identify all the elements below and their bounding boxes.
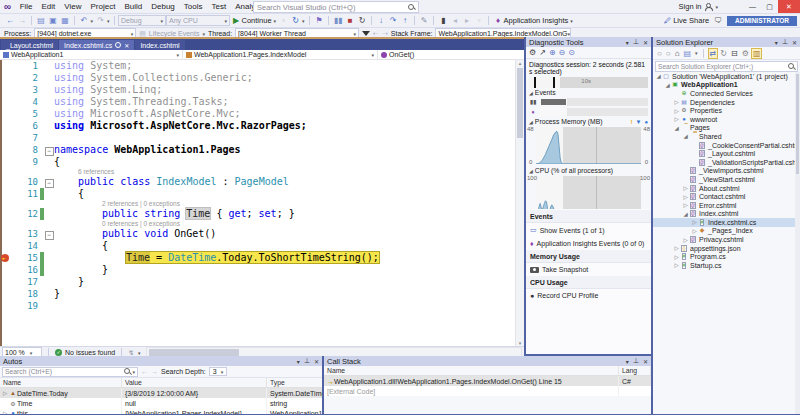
codelens-text[interactable]: 0 references | 0 exceptions [102,220,180,228]
outlining-margin[interactable] [44,60,54,72]
outlining-margin[interactable] [44,276,54,288]
stop-debugging-icon[interactable]: ■ [344,16,356,25]
breakpoint-margin[interactable] [0,120,10,132]
filter-threads-icon[interactable] [362,31,370,36]
tree-item[interactable]: ▷▤Dependencies [653,98,795,107]
export-icon[interactable]: ↗ [539,48,546,57]
close-icon[interactable]: ✕ [314,358,319,365]
breakpoint-margin[interactable] [0,108,10,120]
hot-reload-icon[interactable]: ↻▾ [290,16,307,25]
close-icon[interactable]: ✕ [643,358,648,365]
outlining-margin[interactable] [44,240,54,252]
expand-arrow-icon[interactable]: ◢ [682,211,689,217]
bookmark-icon[interactable]: ▮ [437,16,449,25]
call-stack-frame[interactable]: →WebApplication1.dll!WebApplication1.Pag… [324,376,651,386]
document-tab[interactable]: _Layout.cshtml [1,40,58,50]
tree-item[interactable]: ◢▣WebApplication1 [653,81,795,90]
outlining-margin[interactable] [44,188,54,200]
document-tab[interactable]: Index.cshtml [135,40,184,50]
tree-item[interactable]: ◢Shared [653,132,795,141]
step-into-icon[interactable]: ↓ [375,16,387,25]
timeline-ruler[interactable]: 10s [529,77,648,88]
breakpoint-margin[interactable] [0,208,10,220]
breakpoint-margin[interactable] [0,144,10,156]
breakpoint-margin[interactable] [0,96,10,108]
app-insights-events-link[interactable]: ♦Application Insights Events (0 of 0) [526,237,651,250]
expand-arrow-icon[interactable]: ◢ [682,133,689,139]
undo-nav-icon[interactable]: ○ [656,49,663,58]
tree-item[interactable]: ▷#Startup.cs [653,261,795,270]
undo-icon[interactable]: ↶▾ [78,16,95,25]
column-header-lang[interactable]: Lang [619,366,651,375]
application-insights-dropdown[interactable]: ♦Application Insights▾ [492,16,574,25]
autos-row[interactable]: ▷●this{WebApplication1.Pages.IndexModel}… [0,408,322,414]
prev-bookmark-icon[interactable]: ◂ [449,16,461,25]
outlining-margin[interactable] [44,96,54,108]
expand-arrow-icon[interactable]: ▷ [682,185,689,191]
menu-edit[interactable]: Edit [37,2,60,11]
tree-item[interactable]: ▷@About.cshtml [653,184,795,193]
outlining-margin[interactable] [44,208,54,220]
zoom-level-dropdown[interactable]: 100 %▾ [2,347,42,356]
autos-row[interactable]: ▷▲DateTime.Today{3/8/2019 12:00:00 AM}Sy… [0,388,322,398]
menu-project[interactable]: Project [86,2,120,11]
code-editor[interactable]: 1using System;2using System.Collections.… [0,60,524,346]
expand-arrow-icon[interactable]: ▷ [673,245,680,251]
new-file-icon[interactable]: ▤ [35,16,47,25]
window-position-dropdown-icon[interactable]: ▾ [297,358,300,365]
break-all-icon[interactable]: ▮▮ [332,16,344,25]
expand-arrow-icon[interactable]: ▷ [673,254,680,260]
column-header-value[interactable]: Value [122,378,267,387]
expand-arrow-icon[interactable]: ▷ [673,108,680,114]
zoom-out-icon[interactable]: ⊖ [559,48,566,57]
search-depth-dropdown[interactable]: 3▾ [209,367,227,376]
outlining-margin[interactable] [44,300,54,312]
quick-search-input[interactable]: Search Visual Studio (Ctrl+Q) [253,1,419,13]
menu-view[interactable]: View [60,2,86,11]
outlining-margin[interactable] [44,120,54,132]
redo-nav-icon[interactable]: ○ [665,49,672,58]
step-out-icon[interactable]: ↑ [399,16,411,25]
solution-search-input[interactable]: Search Solution Explorer (Ctrl+;) [655,61,798,72]
memory-section-header[interactable]: ◢Process Memory (MB) !▼● [526,117,651,126]
navigate-forward-icon[interactable]: → [16,16,28,25]
home-icon[interactable]: ⌂ [674,49,681,58]
column-header-type[interactable]: Type [267,378,322,387]
breakpoint-margin[interactable] [0,276,10,288]
collapse-region-icon[interactable]: − [45,231,54,240]
continue-button[interactable]: ▶Continue▾ [230,16,278,25]
codelens-text[interactable]: 2 references | 0 exceptions [102,200,180,208]
restart-icon[interactable]: ↻ [356,16,368,25]
gc-warning-icon[interactable]: ! [630,119,632,125]
breadcrumb-type[interactable]: WebApplication1.Pages.IndexModel ▾ [183,50,378,59]
expand-arrow-icon[interactable]: ▷ [682,194,689,200]
lifecycle-events-dropdown[interactable]: Lifecycle Events▾ [149,30,205,37]
outlining-margin[interactable]: − [44,228,54,240]
expand-arrow-icon[interactable]: ▷ [682,202,689,208]
tree-item[interactable]: ▷@Privacy.cshtml [653,235,795,244]
solution-platforms-dropdown[interactable]: Any CPU▾ [166,15,230,26]
tree-item[interactable]: ▷{}appsettings.json [653,244,795,253]
tree-item[interactable]: ◢Pages [653,124,795,133]
minimize-button[interactable]: — [744,0,761,13]
navigate-backward-icon[interactable]: ← [4,16,16,25]
step-over-icon[interactable]: ↷ [387,16,399,25]
breakpoint-margin[interactable] [0,132,10,144]
reset-view-icon[interactable]: ⊙ [568,48,575,57]
tree-item[interactable]: ▷@Error.cshtml [653,201,795,210]
menu-test[interactable]: Test [207,2,231,11]
window-position-dropdown-icon[interactable]: ▾ [626,358,629,365]
window-position-dropdown-icon[interactable]: ▾ [775,39,778,46]
maximize-button[interactable]: ▢ [761,0,778,13]
expand-arrow-icon[interactable]: ▷ [673,116,680,122]
column-header-name[interactable]: Name [324,366,619,375]
autos-search-input[interactable]: Search (Ctrl+E)▾ [2,367,138,377]
breakpoint-margin[interactable] [0,264,10,276]
expand-arrow-icon[interactable]: ▷ [682,237,689,243]
tree-item[interactable]: ▷#Program.cs [653,252,795,261]
menu-tools[interactable]: Tools [179,2,207,11]
menu-build[interactable]: Build [120,2,147,11]
solution-explorer-scrollbar[interactable] [795,72,800,414]
code-cleanup-icon[interactable]: ↯ [128,349,134,357]
live-share-button[interactable]: 🖉Live Share [664,16,709,25]
